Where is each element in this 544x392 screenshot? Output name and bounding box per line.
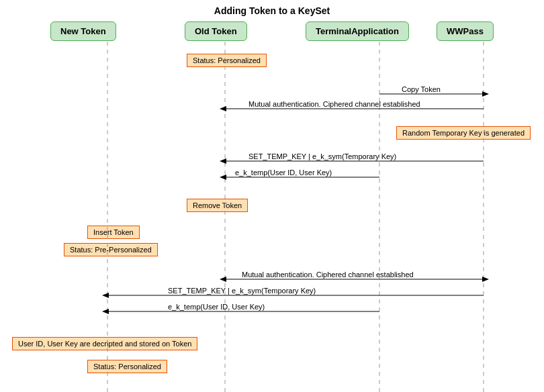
note-status-personalized-1: Status: Personalized — [187, 54, 267, 67]
svg-marker-9 — [220, 158, 226, 164]
actor-new-token: New Token — [50, 21, 116, 41]
note-status-pre-personalized: Status: Pre-Personalized — [64, 243, 158, 256]
svg-marker-5 — [482, 91, 489, 97]
actor-terminal-application: TerminalApplication — [306, 21, 409, 41]
svg-marker-11 — [220, 175, 226, 180]
msg-set-temp-key-2: SET_TEMP_KEY | e_k_sym(Temporary Key) — [168, 287, 316, 295]
actor-old-token: Old Token — [185, 21, 247, 41]
actor-wwpass: WWPass — [437, 21, 494, 41]
svg-marker-13 — [482, 277, 489, 282]
note-status-personalized-2: Status: Personalized — [87, 360, 167, 373]
msg-mutual-auth-2: Mutual authentication. Ciphered channel … — [242, 271, 414, 279]
svg-marker-18 — [102, 309, 109, 314]
msg-copy-token: Copy Token — [402, 85, 441, 93]
note-remove-token: Remove Token — [187, 199, 248, 212]
msg-e-k-temp-1: e_k_temp(User ID, User Key) — [235, 168, 332, 177]
svg-marker-14 — [220, 277, 226, 282]
svg-marker-16 — [102, 293, 109, 298]
msg-set-temp-key-1: SET_TEMP_KEY | e_k_sym(Temporary Key) — [248, 152, 396, 160]
sequence-diagram: Adding Token to a KeySet New Token Old T… — [0, 0, 544, 392]
diagram-title: Adding Token to a KeySet — [0, 0, 544, 19]
arrows-svg — [0, 0, 544, 392]
msg-e-k-temp-2: e_k_temp(User ID, User Key) — [168, 303, 265, 311]
msg-mutual-auth-1: Mutual authentication. Ciphered channel … — [248, 100, 420, 108]
note-user-id-stored: User ID, User Key are decripted and stor… — [12, 337, 197, 350]
svg-marker-7 — [220, 106, 226, 111]
note-random-key: Random Temporary Key is generated — [396, 126, 531, 140]
note-insert-token: Insert Token — [87, 226, 140, 239]
